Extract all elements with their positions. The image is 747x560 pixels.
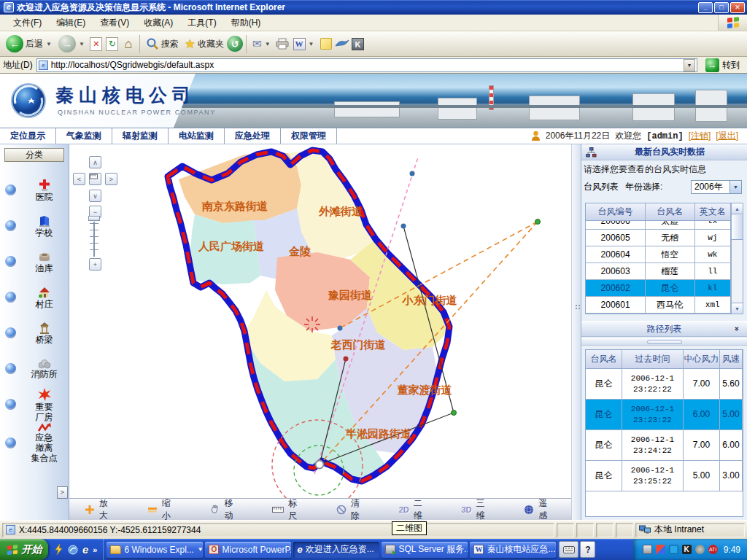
- scrollbar-thumb[interactable]: [732, 215, 743, 240]
- sidebar-item-key-plant[interactable]: 重要 厂房: [0, 386, 69, 422]
- tray-network-icon[interactable]: [669, 545, 678, 554]
- pan-right-button[interactable]: >: [105, 173, 117, 185]
- menu-help[interactable]: 帮助(H): [224, 17, 268, 29]
- messenger-button[interactable]: [334, 36, 350, 52]
- antivirus-button[interactable]: K: [350, 36, 366, 52]
- typhoon-row[interactable]: 200603 榴莲 ll: [586, 263, 731, 280]
- address-dropdown-icon[interactable]: ▼: [684, 59, 695, 71]
- taskbar-clock[interactable]: 9:49: [724, 545, 740, 555]
- tray-ati-icon[interactable]: ATI: [708, 545, 718, 554]
- splitter-handle[interactable]: [647, 340, 682, 344]
- typhoon-table-scrollbar[interactable]: ▲ ▼: [731, 203, 743, 314]
- nav-tab-permission[interactable]: 权限管理: [281, 128, 337, 144]
- menu-edit[interactable]: 编辑(E): [49, 17, 93, 29]
- back-dropdown-icon[interactable]: ▼: [45, 41, 53, 47]
- ruler-button[interactable]: [89, 173, 101, 185]
- home-button[interactable]: ⌂: [120, 36, 136, 52]
- tray-messenger-icon[interactable]: [656, 545, 665, 554]
- menu-view[interactable]: 查看(V): [93, 17, 136, 29]
- nav-tab-station[interactable]: 电站监测: [169, 128, 225, 144]
- track-row-selected[interactable]: 昆仑 2006-12-123:23:22 6.00 5.00: [586, 400, 743, 430]
- typhoon-row[interactable]: 200601 西马伦 xml: [586, 297, 731, 314]
- edit-with-word-button[interactable]: W▼: [290, 38, 318, 50]
- pan-tool[interactable]: 移动: [194, 497, 257, 522]
- history-button[interactable]: ↺: [227, 36, 243, 52]
- typhoon-row-selected[interactable]: 200602 昆仑 kl: [586, 280, 731, 297]
- nav-tab-weather[interactable]: 气象监测: [56, 128, 112, 144]
- clear-tool[interactable]: 清除: [321, 497, 384, 522]
- logout-link[interactable]: [注销]: [689, 130, 711, 142]
- sidebar-item-hospital[interactable]: 医院: [0, 172, 69, 208]
- track-row[interactable]: 昆仑 2006-12-123:24:22 7.00 6.00: [586, 430, 743, 461]
- track-point[interactable]: [338, 326, 343, 331]
- refresh-button[interactable]: ↻: [104, 36, 120, 52]
- nav-tab-radiation[interactable]: 辐射监测: [112, 128, 169, 144]
- mail-button[interactable]: ✉▼: [249, 37, 274, 50]
- nav-tab-locate[interactable]: 定位显示: [0, 128, 56, 144]
- panel-splitter[interactable]: [571, 144, 581, 520]
- remote-sensing-tool[interactable]: 遥感: [508, 497, 571, 522]
- typhoon-row[interactable]: 200606 太虚 tx: [586, 221, 731, 230]
- category-header[interactable]: 分类: [4, 148, 64, 162]
- forward-button[interactable]: → ▼: [55, 35, 88, 52]
- pan-left-button[interactable]: <: [73, 173, 85, 185]
- measure-tool[interactable]: 标尺: [257, 497, 321, 522]
- horizontal-splitter[interactable]: [581, 338, 747, 346]
- track-point[interactable]: [452, 411, 457, 416]
- quick-launch-overflow-icon[interactable]: »: [93, 545, 97, 554]
- back-button[interactable]: ← 后退 ▼: [3, 35, 55, 52]
- menu-tools[interactable]: 工具(T): [180, 17, 223, 29]
- mail-dropdown-icon[interactable]: ▼: [264, 41, 271, 47]
- scroll-down-icon[interactable]: ▼: [732, 303, 743, 314]
- view-3d-tool[interactable]: 3D 三维: [446, 497, 508, 522]
- language-help-button[interactable]: ?: [580, 541, 595, 558]
- taskbar-button-word-doc[interactable]: W 秦山核电站应急...: [470, 542, 556, 558]
- language-bar-button[interactable]: [559, 541, 578, 558]
- favorites-button[interactable]: ★ 收藏夹: [182, 36, 227, 52]
- stop-button[interactable]: ✕: [88, 36, 104, 52]
- year-select[interactable]: 2006年 ▼: [691, 180, 742, 194]
- sidebar-item-school[interactable]: 学校: [0, 208, 69, 244]
- zoom-out-tool[interactable]: 缩小: [132, 497, 195, 522]
- menu-file[interactable]: 文件(F): [6, 17, 49, 29]
- track-row[interactable]: 昆仑 2006-12-123:22:22 7.00 5.60: [586, 369, 743, 400]
- view-2d-tool[interactable]: 2D 二维: [384, 497, 446, 522]
- notes-button[interactable]: [318, 36, 334, 52]
- maximize-button[interactable]: □: [714, 2, 729, 13]
- sidebar-expand-button[interactable]: >: [57, 486, 68, 499]
- collapse-chevrons-icon[interactable]: «: [732, 327, 740, 331]
- address-input[interactable]: e http://localhost/QSgridwebgis/default.…: [36, 58, 697, 72]
- minimize-button[interactable]: _: [698, 2, 713, 13]
- show-desktop-icon[interactable]: [54, 544, 63, 555]
- quick-launch-icon[interactable]: [68, 545, 78, 555]
- taskbar-button-ie-active[interactable]: e 欢迎进入应急资...: [293, 542, 379, 558]
- path-list-bar[interactable]: 路径列表 «: [581, 321, 747, 337]
- zoom-in-tool[interactable]: 放大: [69, 497, 132, 522]
- close-button[interactable]: ✕: [730, 2, 745, 13]
- sidebar-item-bridge[interactable]: 桥梁: [0, 315, 69, 351]
- print-button[interactable]: [274, 36, 290, 52]
- taskbar-button-powerpoint[interactable]: O Microsoft PowerP...: [205, 542, 291, 558]
- track-row[interactable]: 昆仑 2006-12-123:25:22 5.00 3.00: [586, 461, 743, 491]
- menu-favorites[interactable]: 收藏(A): [136, 17, 180, 29]
- pan-up-button[interactable]: ∧: [89, 156, 101, 168]
- zoom-slider-handle[interactable]: [88, 216, 100, 221]
- tray-sql-icon[interactable]: [643, 545, 652, 554]
- tray-update-icon[interactable]: [695, 545, 705, 554]
- word-dropdown-icon[interactable]: ▼: [308, 41, 315, 47]
- go-button[interactable]: → 转到: [701, 58, 744, 72]
- pan-down-button[interactable]: ∨: [89, 190, 101, 202]
- sidebar-item-fire-station[interactable]: 消防所: [0, 351, 69, 386]
- map-canvas[interactable]: 南京东路街道 外滩街道 人民广场街道 金陵 豫园街道 小东门街道 老西门街道 董…: [69, 144, 571, 498]
- sidebar-item-oil-depot[interactable]: 油库: [0, 244, 69, 279]
- zoom-slider[interactable]: [93, 222, 95, 257]
- forward-dropdown-icon[interactable]: ▼: [78, 41, 85, 47]
- track-point[interactable]: [535, 219, 541, 225]
- search-button[interactable]: 搜索: [143, 37, 182, 50]
- typhoon-row[interactable]: 200605 无稽 wj: [586, 230, 731, 246]
- exit-link[interactable]: [退出]: [716, 130, 738, 142]
- zoom-in-step-button[interactable]: +: [89, 258, 101, 271]
- start-button[interactable]: 开始: [0, 539, 48, 560]
- track-point[interactable]: [344, 357, 349, 362]
- year-select-dropdown-icon[interactable]: ▼: [729, 181, 741, 193]
